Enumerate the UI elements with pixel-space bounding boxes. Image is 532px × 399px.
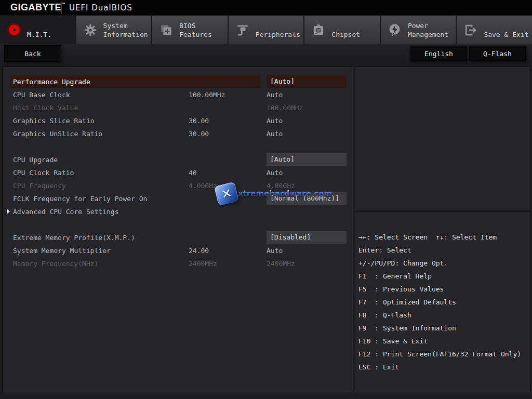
setting-row[interactable]: System Memory Multiplier24.00Auto: [3, 244, 353, 257]
setting-row[interactable]: Memory Frequency(MHz)2400MHz2400MHz: [3, 257, 353, 270]
setting-value-dropdown[interactable]: [Auto]: [267, 75, 347, 88]
settings-list: Performance Upgrade[Auto]CPU Base Clock1…: [3, 75, 353, 270]
setting-label: CPU Frequency: [13, 179, 66, 192]
qflash-button[interactable]: Q-Flash: [469, 46, 526, 61]
brand-divider: [61, 2, 62, 14]
setting-row[interactable]: CPU Frequency4.00GHz4.00GHz: [3, 179, 353, 192]
hotkey-help-line: F8 : Q-Flash: [358, 309, 528, 322]
settings-spacer: [3, 218, 353, 231]
setting-label: Graphics Slice Ratio: [13, 114, 95, 127]
tab-bar: M.I.T.System InformationBIOS FeaturesPer…: [0, 16, 532, 44]
setting-current-value: 30.00: [189, 127, 209, 140]
hotkey-help-line: F5 : Previous Values: [358, 283, 528, 296]
hotkey-help-line: F9 : System Information: [358, 322, 528, 335]
hotkey-help-line: F10 : Save & Exit: [358, 335, 528, 348]
submenu-arrow-icon: [7, 209, 10, 214]
hotkey-help-line: →←: Select Screen ↑↓: Select Item: [358, 231, 528, 244]
item-description-box: [355, 67, 530, 210]
hotkey-help-line: F1 : General Help: [358, 270, 528, 283]
setting-label: CPU Upgrade: [13, 153, 58, 166]
lightning-icon: [388, 23, 402, 37]
setting-label: Performance Upgrade: [13, 75, 90, 88]
setting-current-value: 100.00MHz: [189, 88, 225, 101]
tab-label: Chipset: [331, 21, 360, 39]
setting-row[interactable]: Extreme Memory Profile(X.M.P.)[Disabled]: [3, 231, 353, 244]
setting-label: CPU Clock Ratio: [13, 166, 74, 179]
setting-value: 2400MHz: [267, 257, 347, 270]
hotkey-help-line: Enter: Select: [358, 244, 528, 257]
setting-row[interactable]: CPU Base Clock100.00MHzAuto: [3, 88, 353, 101]
tab-mit[interactable]: M.I.T.: [0, 16, 75, 44]
sub-toolbar: Back English Q-Flash: [0, 44, 532, 66]
setting-value: 4.00GHz: [267, 179, 347, 192]
help-panel: →←: Select Screen ↑↓: Select ItemEnter: …: [355, 66, 531, 392]
gear-icon: [83, 23, 98, 37]
setting-label: Graphics UnSlice Ratio: [13, 127, 102, 140]
hotkey-help-box: →←: Select Screen ↑↓: Select ItemEnter: …: [355, 211, 530, 392]
hotkey-help-line: F7 : Optimized Defaults: [358, 296, 528, 309]
setting-label: CPU Base Clock: [13, 88, 70, 101]
tab-label: M.I.T.: [27, 21, 51, 39]
setting-row[interactable]: Host Clock Value100.00MHz: [3, 101, 353, 114]
folder-plus-icon: [159, 23, 174, 37]
tab-label: Power Management: [408, 21, 448, 39]
setting-value-dropdown[interactable]: [Auto]: [267, 153, 347, 166]
tab-chipset[interactable]: Chipset: [303, 16, 380, 44]
settings-spacer: [3, 140, 353, 153]
chip-icon: [311, 23, 326, 37]
red-dot-icon: [7, 23, 21, 37]
tab-bios-features[interactable]: BIOS Features: [151, 16, 228, 44]
setting-row[interactable]: FCLK Frequency for Early Power On[Normal…: [3, 192, 353, 205]
setting-current-value: 40: [189, 166, 197, 179]
tab-label: BIOS Features: [179, 21, 212, 39]
setting-label: FCLK Frequency for Early Power On: [13, 192, 147, 205]
setting-value-dropdown[interactable]: [Disabled]: [267, 231, 347, 244]
setting-current-value: 4.00GHz: [189, 179, 217, 192]
plug-icon: [235, 23, 250, 37]
language-button[interactable]: English: [410, 46, 467, 61]
setting-row[interactable]: Performance Upgrade[Auto]: [3, 75, 353, 88]
setting-value: Auto: [267, 127, 347, 140]
hotkey-help-line: ESC : Exit: [358, 361, 528, 374]
setting-value: 100.00MHz: [267, 101, 347, 114]
tab-label: Save & Exit: [484, 21, 528, 39]
tab-system-information[interactable]: System Information: [75, 16, 152, 44]
setting-label: Advanced CPU Core Settings: [13, 205, 119, 218]
setting-label: Host Clock Value: [13, 101, 78, 114]
setting-label: System Memory Multiplier: [13, 244, 111, 257]
setting-row[interactable]: Graphics Slice Ratio30.00Auto: [3, 114, 353, 127]
setting-current-value: 2400MHz: [189, 257, 217, 270]
setting-current-value: 24.00: [189, 244, 209, 257]
setting-label: Memory Frequency(MHz): [13, 257, 98, 270]
setting-row[interactable]: CPU Upgrade[Auto]: [3, 153, 353, 166]
setting-value: Auto: [267, 88, 347, 101]
tab-peripherals[interactable]: Peripherals: [228, 16, 304, 44]
setting-current-value: 30.00: [189, 114, 209, 127]
back-button[interactable]: Back: [4, 45, 61, 62]
gigabyte-logo: GIGABYTE™: [10, 2, 66, 13]
setting-value-dropdown[interactable]: [Normal (800Mhz)]: [267, 192, 347, 205]
setting-row[interactable]: Graphics UnSlice Ratio30.00Auto: [3, 127, 353, 140]
hotkey-help-line: +/-/PU/PD: Change Opt.: [358, 257, 528, 270]
tab-save-exit[interactable]: Save & Exit: [456, 16, 532, 44]
settings-panel: Performance Upgrade[Auto]CPU Base Clock1…: [2, 66, 353, 392]
top-brand-bar: GIGABYTE™ UEFI DualBIOS: [0, 0, 532, 16]
setting-row[interactable]: Advanced CPU Core Settings: [3, 205, 353, 218]
product-title: UEFI DualBIOS: [69, 3, 132, 12]
hotkey-help-line: F12 : Print Screen(FAT16/32 Format Only): [358, 348, 528, 361]
tab-label: System Information: [103, 21, 148, 39]
setting-value: Auto: [267, 114, 347, 127]
tab-power-management[interactable]: Power Management: [380, 16, 456, 44]
setting-row[interactable]: CPU Clock Ratio40Auto: [3, 166, 353, 179]
exit-icon: [463, 23, 478, 37]
setting-value: Auto: [267, 166, 347, 179]
setting-value: Auto: [267, 244, 347, 257]
setting-label: Extreme Memory Profile(X.M.P.): [13, 231, 135, 244]
tab-label: Peripherals: [256, 21, 300, 39]
